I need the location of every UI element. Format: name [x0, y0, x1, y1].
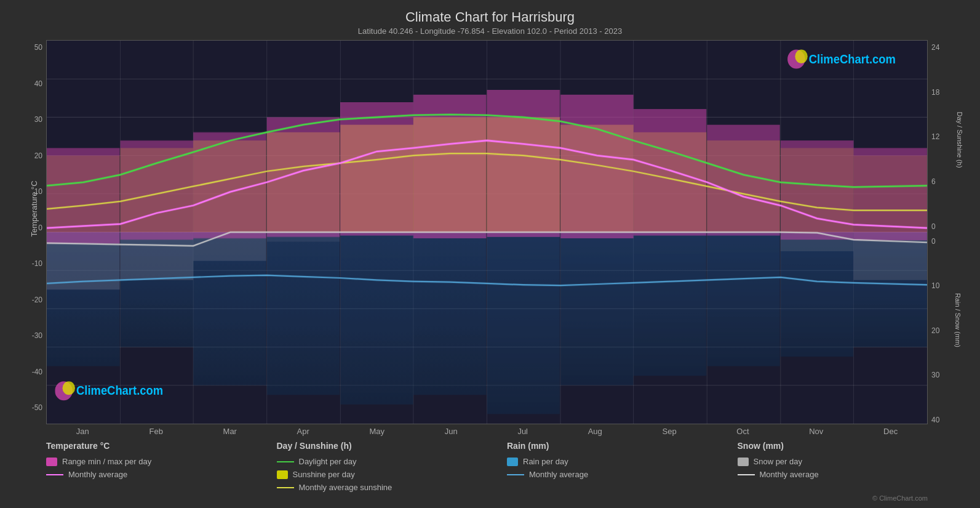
x-tick-jun: Jun: [445, 427, 458, 436]
right-tick-30: 30: [931, 371, 968, 379]
copyright: © ClimeChart.com: [12, 494, 928, 502]
svg-text:ClimeChart.com: ClimeChart.com: [809, 52, 896, 66]
x-tick-apr: Apr: [297, 427, 309, 436]
right-tick-24: 24: [931, 43, 968, 52]
svg-rect-56: [413, 95, 487, 238]
legend-col-snow: Snow (mm) Snow per day Monthly average: [738, 441, 968, 492]
legend-col-temperature: Temperature °C Range min / max per day M…: [46, 441, 277, 492]
x-tick-oct: Oct: [736, 427, 749, 436]
legend-line-snow-avg: [738, 474, 755, 475]
y-axis-left: Temperature °C 50 40 30 20 10 0 -10 -20 …: [12, 40, 46, 424]
y-tick-0: 0: [38, 224, 42, 232]
svg-rect-55: [340, 102, 413, 236]
svg-rect-29: [634, 232, 707, 376]
chart-area: ClimeChart.com ClimeChart.com: [46, 40, 928, 424]
right-tick-6: 6: [931, 177, 968, 186]
legend-temp-title: Temperature °C: [46, 441, 277, 451]
legend-snow-bar: Snow per day: [738, 457, 968, 466]
legend-temp-avg-label: Monthly average: [68, 470, 127, 479]
legend-swatch-sunshine: [277, 470, 288, 479]
x-tick-aug: Aug: [588, 427, 602, 436]
y-tick-n40: -40: [32, 368, 42, 376]
title-area: Climate Chart for Harrisburg Latitude 40…: [12, 6, 968, 37]
x-tick-jul: Jul: [517, 427, 528, 436]
x-tick-dec: Dec: [883, 427, 898, 436]
svg-rect-58: [560, 95, 634, 238]
legend-snow-avg-label: Monthly average: [760, 470, 819, 479]
legend-line-daylight: [277, 461, 294, 463]
chart-svg: ClimeChart.com ClimeChart.com: [47, 41, 927, 424]
legend-temp-range-label: Range min / max per day: [62, 457, 151, 466]
legend-snow-bar-label: Snow per day: [754, 457, 803, 466]
svg-text:ClimeChart.com: ClimeChart.com: [76, 384, 163, 398]
svg-rect-27: [487, 232, 560, 414]
legend-sunshine-bar-label: Sunshine per day: [293, 470, 355, 479]
y-tick-20: 20: [34, 151, 42, 160]
legend-rain-avg-label: Monthly average: [529, 470, 588, 479]
y-tick-50: 50: [34, 43, 42, 52]
svg-rect-26: [413, 232, 487, 395]
legend-sunshine-avg-label: Monthly average sunshine: [299, 483, 392, 492]
svg-rect-24: [267, 232, 340, 395]
y-tick-40: 40: [34, 79, 42, 88]
svg-rect-51: [47, 148, 120, 244]
y-tick-n30: -30: [32, 331, 42, 340]
legend-sunshine-title: Day / Sunshine (h): [277, 441, 508, 451]
y-axis-left-label: Temperature °C: [30, 180, 39, 236]
legend-snow-title: Snow (mm): [738, 441, 968, 451]
legend-swatch-snow: [738, 458, 749, 466]
y-tick-n50: -50: [32, 403, 42, 412]
legend-rain-bar: Rain per day: [507, 457, 738, 466]
svg-rect-59: [634, 109, 707, 235]
y-tick-n20: -20: [32, 296, 42, 304]
right-tick-18: 18: [931, 88, 968, 97]
legend-snow-avg: Monthly average: [738, 470, 968, 479]
right-tick-0-sunshine: 0: [931, 222, 968, 231]
legend-swatch-rain: [507, 458, 518, 466]
legend-sunshine-bar: Sunshine per day: [277, 470, 508, 479]
chart-title: Climate Chart for Harrisburg: [12, 9, 968, 25]
svg-rect-61: [781, 140, 854, 240]
x-tick-jan: Jan: [76, 427, 89, 436]
svg-point-67: [795, 49, 807, 63]
y-tick-30: 30: [34, 115, 42, 124]
svg-rect-28: [560, 232, 634, 385]
legend-col-rain: Rain (mm) Rain per day Monthly average: [507, 441, 738, 492]
x-tick-feb: Feb: [149, 427, 162, 436]
svg-point-64: [63, 381, 75, 395]
right-tick-40: 40: [931, 416, 968, 424]
svg-rect-54: [267, 117, 340, 236]
legend-daylight-label: Daylight per day: [299, 457, 357, 466]
legend-temp-avg: Monthly average: [46, 470, 277, 479]
legend-sunshine-avg: Monthly average sunshine: [277, 483, 508, 492]
x-tick-sep: Sep: [663, 427, 677, 436]
right-tick-0-rain: 0: [931, 237, 968, 246]
legend-rain-avg: Monthly average: [507, 470, 738, 479]
legend-area: Temperature °C Range min / max per day M…: [12, 436, 968, 492]
legend-temp-range: Range min / max per day: [46, 457, 277, 466]
right-label-rain: Rain / Snow (mm): [954, 293, 962, 347]
x-tick-nov: Nov: [809, 427, 823, 436]
chart-subtitle: Latitude 40.246 - Longitude -76.854 - El…: [12, 26, 968, 36]
legend-line-sunshine-avg: [277, 487, 294, 488]
legend-rain-bar-label: Rain per day: [523, 457, 568, 466]
right-tick-20: 20: [931, 326, 968, 335]
legend-daylight: Daylight per day: [277, 457, 508, 466]
x-tick-mar: Mar: [223, 427, 237, 436]
x-tick-may: May: [370, 427, 385, 436]
right-label-sunshine: Day / Sunshine (h): [955, 111, 963, 167]
legend-col-sunshine: Day / Sunshine (h) Daylight per day Suns…: [277, 441, 508, 492]
y-tick-n10: -10: [32, 259, 42, 268]
x-axis: Jan Feb Mar Apr May Jun Jul Aug Sep Oct …: [46, 424, 928, 436]
chart-wrapper: Temperature °C 50 40 30 20 10 0 -10 -20 …: [12, 40, 968, 424]
svg-rect-57: [487, 90, 560, 237]
svg-rect-30: [707, 232, 780, 366]
legend-rain-title: Rain (mm): [507, 441, 738, 451]
legend-line-rain-avg: [507, 474, 524, 475]
svg-rect-25: [340, 232, 413, 405]
legend-swatch-temp-range: [46, 458, 57, 466]
legend-line-temp-avg: [46, 474, 63, 475]
right-tick-10: 10: [931, 281, 968, 290]
main-container: Climate Chart for Harrisburg Latitude 40…: [0, 0, 980, 508]
